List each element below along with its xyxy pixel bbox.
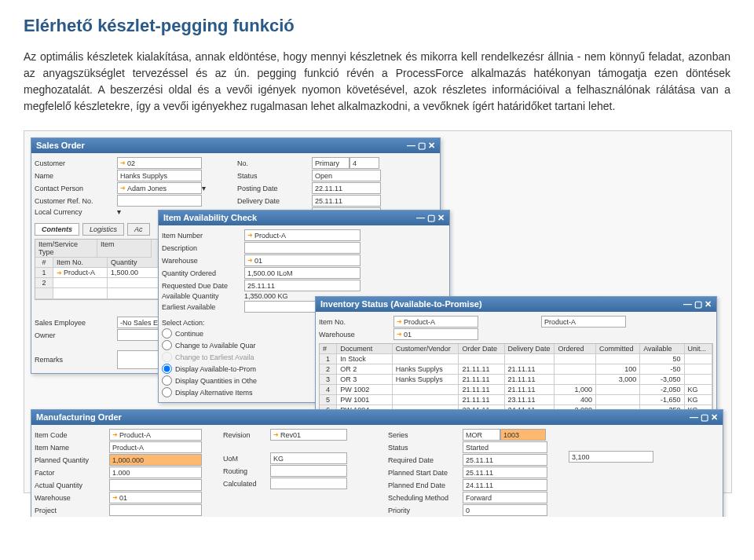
priority-field[interactable]: 0 bbox=[463, 504, 547, 516]
posting-label: Posting Date bbox=[237, 185, 312, 192]
plannedqty-field[interactable]: 1,000.000 bbox=[109, 454, 202, 466]
link-icon[interactable]: ➜ bbox=[273, 431, 279, 438]
link-icon[interactable]: ➜ bbox=[112, 431, 118, 438]
itemname-field: Product-A bbox=[541, 316, 626, 328]
col-header: Unit... bbox=[685, 344, 712, 354]
itemname-field[interactable]: Product-A bbox=[109, 441, 202, 453]
routing-label: Routing bbox=[223, 467, 270, 475]
itemno-field[interactable]: ➜Product-A bbox=[393, 316, 478, 328]
link-icon[interactable]: ➜ bbox=[397, 318, 402, 325]
revision-label: Revision bbox=[223, 431, 270, 439]
primary-field[interactable]: Primary bbox=[312, 157, 350, 169]
table-row[interactable]: 4PW 100221.11.1121.11.111,000-2,050KG bbox=[320, 385, 712, 395]
col-header: Customer/Vendor bbox=[393, 344, 459, 354]
actualqty-field[interactable] bbox=[109, 479, 202, 491]
dropdown-icon[interactable]: ▾ bbox=[202, 184, 206, 192]
itemno-field[interactable]: ➜Product-A bbox=[244, 229, 361, 241]
col-num: # bbox=[35, 258, 53, 268]
contact-field[interactable]: ➜Adam Jones bbox=[117, 182, 202, 194]
customer-field[interactable]: ➜02 bbox=[117, 157, 202, 169]
desc-field[interactable] bbox=[244, 242, 361, 254]
itemcode-label: Item Code bbox=[35, 431, 109, 439]
dropdown-icon[interactable]: ▾ bbox=[117, 207, 121, 216]
table-row[interactable]: 3OR 3Hanks Supplys21.11.1121.11.113,000-… bbox=[320, 375, 712, 385]
warehouse-label: Warehouse bbox=[162, 257, 244, 265]
uom-field[interactable]: KG bbox=[270, 452, 347, 464]
maximize-icon[interactable]: ▢ bbox=[418, 141, 426, 151]
col-type: Item/Service Type bbox=[35, 240, 97, 258]
link-icon[interactable]: ➜ bbox=[397, 331, 402, 338]
col-header: Order Date bbox=[459, 344, 504, 354]
ref-field[interactable] bbox=[117, 195, 202, 207]
posting-field[interactable]: 22.11.11 bbox=[312, 182, 381, 194]
maximize-icon[interactable]: ▢ bbox=[427, 213, 435, 223]
warehouse-field[interactable]: ➜01 bbox=[244, 254, 361, 266]
manufacturing-order-window: Manufacturing Order—▢✕ Item Code➜Product… bbox=[31, 409, 723, 517]
name-field[interactable]: Hanks Supplys bbox=[117, 170, 202, 181]
tab-contents[interactable]: Contents bbox=[35, 223, 79, 236]
factor-field[interactable]: 1.000 bbox=[109, 467, 202, 478]
ref-label: Customer Ref. No. bbox=[35, 197, 117, 205]
salesemp-label: Sales Employee bbox=[35, 319, 117, 327]
close-icon[interactable]: ✕ bbox=[711, 412, 718, 423]
calculated-label: Calculated bbox=[223, 480, 270, 488]
close-icon[interactable]: ✕ bbox=[437, 213, 445, 223]
link-icon[interactable]: ➜ bbox=[120, 185, 126, 192]
status-field[interactable]: Started bbox=[463, 441, 547, 453]
status-label: Status bbox=[237, 172, 312, 180]
delivery-field[interactable]: 25.11.11 bbox=[312, 195, 381, 207]
window-title: Sales Order bbox=[36, 141, 85, 151]
project-field[interactable] bbox=[109, 504, 202, 516]
tab-logistics[interactable]: Logistics bbox=[82, 223, 124, 236]
warehouse-label: Warehouse bbox=[35, 494, 109, 502]
status-field[interactable]: Open bbox=[312, 170, 381, 181]
series-label: Series bbox=[388, 431, 463, 439]
priority-label: Priority bbox=[388, 507, 463, 514]
col-qty: Quantity bbox=[108, 258, 162, 268]
calculated-field[interactable] bbox=[270, 478, 347, 489]
table-row[interactable]: 1In Stock50 bbox=[320, 354, 712, 364]
contact-label: Contact Person bbox=[35, 185, 117, 192]
warehouse-field[interactable]: ➜01 bbox=[109, 492, 202, 503]
itemcode-field[interactable]: ➜Product-A bbox=[109, 429, 202, 441]
status-label: Status bbox=[388, 444, 463, 452]
table-row[interactable]: 2OR 2Hanks Supplys21.11.1121.11.11100-50 bbox=[320, 364, 712, 375]
tab-accounting[interactable]: Ac bbox=[127, 223, 150, 236]
link-icon[interactable]: ➜ bbox=[57, 269, 62, 276]
plannedstart-field[interactable]: 25.11.11 bbox=[463, 467, 547, 478]
no-field[interactable]: 4 bbox=[350, 157, 379, 169]
maximize-icon[interactable]: ▢ bbox=[694, 299, 702, 309]
series-field[interactable]: MOR bbox=[463, 429, 500, 441]
maximize-icon[interactable]: ▢ bbox=[701, 412, 708, 423]
table-row[interactable]: 5PW 100121.11.1123.11.11400-1,650KG bbox=[320, 395, 712, 405]
col-header: Committed bbox=[596, 344, 640, 354]
revision-field[interactable]: ➜Rev01 bbox=[270, 429, 347, 441]
routing-field[interactable] bbox=[270, 465, 347, 477]
qtyord-field[interactable]: 1,500.00 ILoM bbox=[244, 267, 361, 279]
minimize-icon[interactable]: — bbox=[683, 299, 692, 309]
link-icon[interactable]: ➜ bbox=[247, 257, 253, 264]
window-title: Item Availability Check bbox=[163, 213, 257, 223]
link-icon[interactable]: ➜ bbox=[247, 232, 253, 239]
desc-label: Description bbox=[162, 244, 244, 252]
minimize-icon[interactable]: — bbox=[407, 141, 415, 151]
orderno-field[interactable]: 1003 bbox=[500, 429, 546, 441]
itemno-label: Item Number bbox=[162, 232, 244, 240]
link-icon[interactable]: ➜ bbox=[112, 494, 118, 501]
close-icon[interactable]: ✕ bbox=[705, 299, 712, 309]
reqdate-label: Requested Due Date bbox=[162, 282, 244, 290]
earliest-label: Earliest Available bbox=[162, 303, 244, 311]
col-header: Ordered bbox=[555, 344, 596, 354]
warehouse-field[interactable]: ➜01 bbox=[393, 328, 478, 340]
close-icon[interactable]: ✕ bbox=[428, 141, 435, 151]
plannedend-field[interactable]: 24.11.11 bbox=[463, 479, 547, 491]
col-header: Document bbox=[337, 344, 392, 354]
schedmethod-field[interactable]: Forward bbox=[463, 492, 547, 503]
reqdate-field[interactable]: 25.11.11 bbox=[463, 454, 547, 466]
minimize-icon[interactable]: — bbox=[416, 213, 425, 223]
customer-label: Customer bbox=[35, 159, 117, 167]
minimize-icon[interactable]: — bbox=[690, 412, 698, 423]
table-row[interactable]: 1➜Product-A1,500.00 bbox=[35, 268, 177, 278]
link-icon[interactable]: ➜ bbox=[120, 159, 126, 167]
reqdate-field[interactable]: 25.11.11 bbox=[244, 280, 361, 291]
